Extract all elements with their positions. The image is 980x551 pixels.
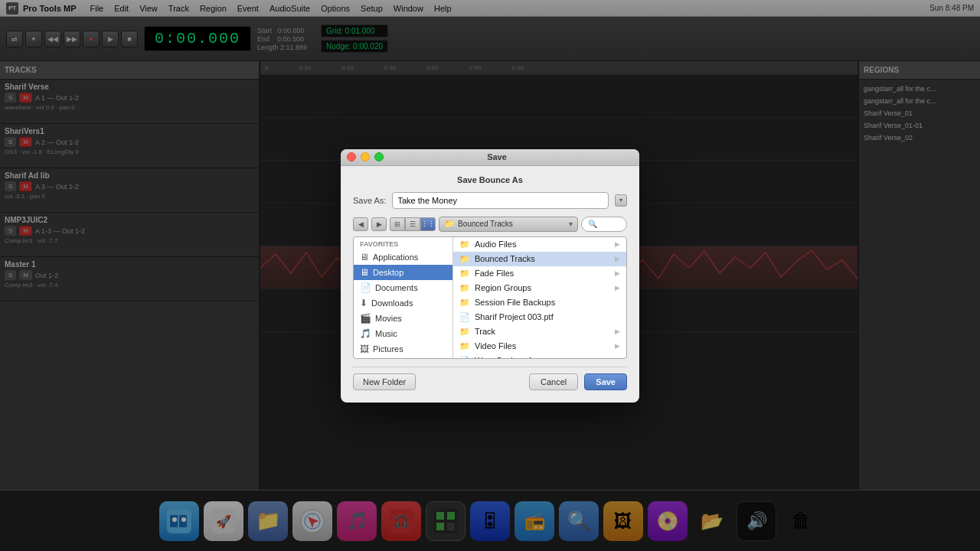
music-icon: 🎵 — [360, 328, 371, 339]
sidebar-item-movies[interactable]: 🎬 Movies — [354, 311, 452, 326]
dialog-footer: New Folder Cancel Save — [353, 367, 627, 390]
dialog-titlebar: Save — [341, 149, 639, 166]
dialog-close-button[interactable] — [347, 152, 356, 161]
file-item-name: Sharif Project 003.ptf — [475, 312, 554, 321]
file-item-name: Region Groups — [475, 283, 531, 292]
dialog-subtitle: Save Bounce As — [353, 175, 627, 184]
sidebar-item-downloads[interactable]: ⬇ Downloads — [354, 295, 452, 311]
file-item-name: Bounced Tracks — [475, 254, 535, 263]
folder-icon: 📁 — [459, 283, 470, 293]
location-label: Bounced Tracks — [458, 220, 513, 228]
file-item-region-groups[interactable]: 📁 Region Groups ▶ — [453, 281, 626, 295]
folder-icon: 📁 — [459, 327, 470, 337]
applications-icon: 🖥 — [360, 252, 369, 262]
chevron-right-icon: ▶ — [615, 240, 620, 248]
file-item-name: Session File Backups — [475, 298, 555, 307]
chevron-right-icon: ▶ — [615, 284, 620, 292]
file-item-name: Audio Files — [475, 240, 516, 249]
view-icon-button[interactable]: ⊞ — [390, 217, 405, 231]
file-item-name: Video Files — [475, 341, 516, 350]
file-item-bounced-tracks[interactable]: 📁 Bounced Tracks ▶ — [453, 252, 626, 266]
location-dropdown[interactable]: 📁 Bounced Tracks ▾ — [439, 217, 578, 232]
new-folder-button[interactable]: New Folder — [353, 373, 416, 390]
file-item-name: Fade Files — [475, 269, 514, 278]
favorites-label: FAVORITES — [354, 237, 452, 249]
desktop-icon: 🖥 — [360, 267, 369, 278]
sidebar-item-label: Movies — [375, 314, 402, 323]
sidebar-item-label: Pictures — [373, 344, 403, 354]
file-item-audio-files[interactable]: 📁 Audio Files ▶ — [453, 237, 626, 252]
movies-icon: 🎬 — [360, 313, 371, 324]
folder-icon: 📁 — [459, 269, 470, 279]
file-item-wavecache[interactable]: 📄 WaveCache.wfm — [453, 354, 626, 358]
dialog-body: Save Bounce As Save As: ▾ ◀ ▶ ⊞ ☰ ⋮⋮ 📁 B… — [341, 166, 639, 403]
browser-toolbar: ◀ ▶ ⊞ ☰ ⋮⋮ 📁 Bounced Tracks ▾ — [353, 217, 627, 232]
sidebar-pane: FAVORITES 🖥 Applications 🖥 Desktop 📄 Doc… — [354, 237, 453, 358]
sidebar-item-label: Downloads — [371, 298, 413, 308]
sidebar-item-label: Documents — [375, 283, 418, 292]
view-list-button[interactable]: ☰ — [405, 217, 420, 231]
save-as-label: Save As: — [353, 196, 386, 205]
documents-icon: 📄 — [360, 282, 371, 293]
sidebar-item-label: Desktop — [373, 268, 403, 277]
pictures-icon: 🖼 — [360, 344, 369, 354]
nav-back-button[interactable]: ◀ — [353, 217, 368, 231]
nav-forward-button[interactable]: ▶ — [371, 217, 387, 231]
chevron-right-icon: ▶ — [615, 255, 620, 262]
sidebar-item-documents[interactable]: 📄 Documents — [354, 280, 452, 295]
save-as-row: Save As: ▾ — [353, 192, 627, 209]
file-item-name: WaveCache.wfm — [475, 356, 538, 358]
view-buttons: ⊞ ☰ ⋮⋮ — [390, 217, 436, 231]
sidebar-item-music[interactable]: 🎵 Music — [354, 326, 452, 341]
footer-right: Cancel Save — [529, 373, 627, 390]
sidebar-item-label: Music — [375, 329, 397, 338]
save-as-input[interactable] — [392, 192, 609, 209]
cancel-button[interactable]: Cancel — [529, 373, 578, 390]
sidebar-item-desktop[interactable]: 🖥 Desktop — [354, 265, 452, 280]
file-item-fade-files[interactable]: 📁 Fade Files ▶ — [453, 266, 626, 281]
save-dialog: Save Save Bounce As Save As: ▾ ◀ ▶ ⊞ ☰ ⋮… — [341, 149, 639, 403]
expand-button[interactable]: ▾ — [615, 194, 627, 207]
file-icon: 📄 — [459, 356, 470, 358]
folder-icon: 📁 — [459, 341, 470, 351]
folder-icon: 📁 — [459, 240, 470, 249]
folder-icon: 📁 — [459, 254, 470, 264]
sidebar-item-pictures[interactable]: 🖼 Pictures — [354, 341, 452, 357]
sidebar-item-label: Applications — [373, 253, 418, 262]
chevron-right-icon: ▶ — [615, 269, 620, 277]
folder-icon: 📁 — [459, 298, 470, 308]
view-column-button[interactable]: ⋮⋮ — [420, 217, 436, 231]
file-item-project-ptf[interactable]: 📄 Sharif Project 003.ptf — [453, 310, 626, 324]
modal-overlay: Save Save Bounce As Save As: ▾ ◀ ▶ ⊞ ☰ ⋮… — [0, 0, 980, 551]
chevron-right-icon: ▶ — [615, 342, 620, 350]
downloads-icon: ⬇ — [360, 298, 368, 308]
file-item-track[interactable]: 📁 Track ▶ — [453, 324, 626, 339]
file-item-video-files[interactable]: 📁 Video Files ▶ — [453, 339, 626, 354]
files-pane: 📁 Audio Files ▶ 📁 Bounced Tracks ▶ 📁 Fad… — [453, 237, 626, 358]
file-item-session-backups[interactable]: 📁 Session File Backups — [453, 295, 626, 310]
file-icon: 📄 — [459, 312, 470, 322]
sidebar-item-applications[interactable]: 🖥 Applications — [354, 249, 452, 265]
file-item-name: Track — [475, 327, 495, 336]
chevron-right-icon: ▶ — [615, 328, 620, 335]
save-button[interactable]: Save — [584, 373, 627, 390]
search-input[interactable] — [581, 217, 627, 232]
browser-panes: FAVORITES 🖥 Applications 🖥 Desktop 📄 Doc… — [353, 236, 627, 359]
dialog-title: Save — [361, 152, 633, 161]
